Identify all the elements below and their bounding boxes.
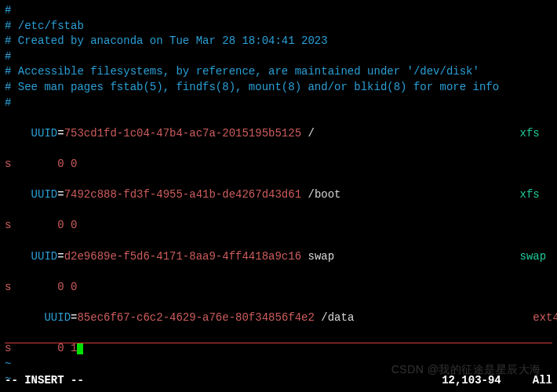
comment-line: # Accessible filesystems, by reference, … bbox=[5, 64, 552, 80]
fs-type: xfs bbox=[519, 187, 557, 203]
comment-line: # Created by anaconda on Tue Mar 28 18:0… bbox=[5, 34, 552, 49]
uuid-key: UUID bbox=[44, 311, 71, 324]
mode-indicator: -- INSERT -- bbox=[5, 373, 84, 389]
fstab-entry: UUID=7492c888-fd3f-4955-a41b-de4267d43d6… bbox=[5, 172, 552, 219]
mount-point: /boot bbox=[308, 187, 519, 203]
fs-type: swap bbox=[519, 249, 557, 265]
wrap-char: s bbox=[5, 281, 11, 293]
dump-pass: 0 1 bbox=[57, 342, 77, 354]
scroll-indicator: All bbox=[533, 374, 552, 387]
mount-point: /data bbox=[321, 310, 533, 326]
fs-type: ext4 bbox=[533, 310, 557, 326]
comment-line: # /etc/fstab bbox=[5, 19, 552, 34]
fstab-entry-wrap: s 0 0 bbox=[5, 280, 552, 296]
wrap-char: s bbox=[5, 158, 11, 170]
comment-line: # bbox=[5, 49, 552, 65]
terminal-editor[interactable]: # # /etc/fstab # Created by anaconda on … bbox=[5, 3, 552, 392]
uuid-key: UUID bbox=[31, 127, 58, 140]
fstab-entry-new: UUID=85ec6f67-c6c2-4629-a76e-80f34856f4e… bbox=[5, 295, 552, 356]
fstab-entry-wrap: s 0 0 bbox=[5, 157, 552, 172]
uuid-key: UUID bbox=[31, 188, 58, 201]
uuid-value: d2e9689e-f5d6-4171-8aa9-4ff4418a9c16 bbox=[64, 250, 301, 263]
mount-point: / bbox=[308, 126, 519, 142]
fstab-entry-wrap: s 0 0 bbox=[5, 218, 552, 234]
uuid-value: 753cd1fd-1c04-47b4-ac7a-2015195b5125 bbox=[64, 127, 301, 140]
dump-pass: 0 0 bbox=[57, 281, 77, 293]
comment-line: # bbox=[5, 96, 552, 111]
underline-annotation bbox=[5, 343, 552, 343]
dump-pass: 0 0 bbox=[57, 158, 77, 170]
comment-line: # bbox=[5, 3, 552, 19]
wrap-char: s bbox=[5, 219, 11, 231]
fstab-entry: UUID=753cd1fd-1c04-47b4-ac7a-2015195b512… bbox=[5, 111, 552, 157]
wrap-char: s bbox=[5, 342, 11, 354]
fs-type: xfs bbox=[519, 126, 557, 142]
uuid-value: 85ec6f67-c6c2-4629-a76e-80f34856f4e2 bbox=[77, 311, 314, 324]
dump-pass: 0 0 bbox=[57, 219, 77, 231]
status-bar: -- INSERT -- 12,103-94All bbox=[5, 373, 552, 389]
mount-point: swap bbox=[308, 249, 519, 265]
fstab-entry: UUID=d2e9689e-f5d6-4171-8aa9-4ff4418a9c1… bbox=[5, 234, 552, 280]
uuid-key: UUID bbox=[31, 250, 58, 263]
comment-line: # See man pages fstab(5), findfs(8), mou… bbox=[5, 80, 552, 96]
uuid-value: 7492c888-fd3f-4955-a41b-de4267d43d61 bbox=[64, 188, 301, 201]
cursor bbox=[77, 343, 83, 354]
cursor-position: 12,103-94 bbox=[442, 374, 501, 387]
